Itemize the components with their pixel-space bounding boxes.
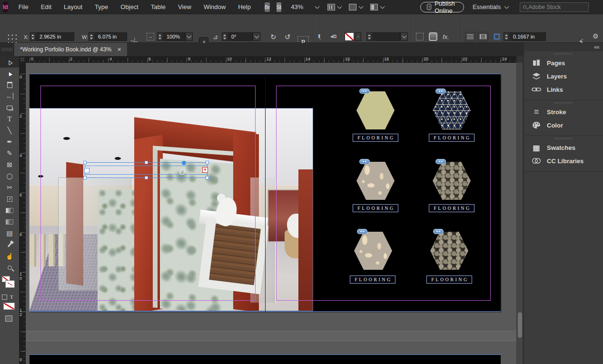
menu-edit[interactable]: Edit <box>35 0 58 14</box>
publish-online-button[interactable]: ↑ Publish Online <box>420 2 464 12</box>
link-badge-icon[interactable] <box>359 159 370 164</box>
panel-cc-libraries[interactable]: CC Libraries <box>524 154 603 167</box>
w-field[interactable]: 6.075 in <box>95 32 127 41</box>
fill-stroke-proxy[interactable] <box>2 276 17 292</box>
chevron-down-icon[interactable] <box>315 4 320 9</box>
hand-tool[interactable]: ☝ <box>0 250 19 262</box>
pencil-tool[interactable]: ✎ <box>0 148 19 159</box>
gradient-feather-tool[interactable] <box>0 216 19 227</box>
no-text-wrap-button[interactable] <box>465 32 475 41</box>
scrollbar-thumb[interactable] <box>518 312 522 338</box>
screen-mode-dropdown[interactable] <box>349 4 363 10</box>
note-tool[interactable]: ▤ <box>0 227 19 239</box>
fill-flyout-arrow[interactable]: › <box>355 32 361 41</box>
panel-stroke[interactable]: ≡ Stroke <box>524 105 603 118</box>
menu-file[interactable]: File <box>12 0 35 14</box>
scale-x-stepper[interactable] <box>157 32 163 41</box>
corner-radius-icon[interactable] <box>429 32 437 41</box>
rotate-ccw-icon[interactable]: ↺ <box>285 33 291 41</box>
stroke-weight-stepper[interactable] <box>366 32 372 41</box>
screen-mode-button[interactable] <box>5 315 12 322</box>
eyedropper-tool[interactable] <box>0 239 19 250</box>
menu-help[interactable]: Help <box>232 0 257 14</box>
scissors-tool[interactable]: ✂ <box>0 182 19 193</box>
frame-handle-tr[interactable] <box>206 161 209 164</box>
ellipse-tool[interactable]: ◯ <box>0 170 19 182</box>
collapse-panels-icon2[interactable]: « <box>596 44 599 50</box>
selected-text-frame[interactable]: + O <box>85 162 208 178</box>
panel-group-grip[interactable] <box>524 51 603 56</box>
reference-point-proxy[interactable] <box>6 33 17 43</box>
selection-tool[interactable]: ▲ <box>0 56 19 68</box>
stroke-swatch-icon[interactable] <box>6 281 14 287</box>
w-stepper[interactable] <box>89 32 94 41</box>
page-tool[interactable] <box>0 79 19 90</box>
bridge-button[interactable]: Br <box>265 2 270 12</box>
type-tool[interactable]: T <box>0 113 19 125</box>
link-badge-icon[interactable] <box>433 229 444 234</box>
scale-x-field[interactable]: 100% <box>163 32 185 41</box>
frame-handle-tl[interactable] <box>83 161 87 164</box>
menu-type[interactable]: Type <box>89 0 114 14</box>
view-options-dropdown[interactable] <box>327 4 341 10</box>
workspace-switcher[interactable]: Essentials <box>473 3 508 10</box>
menu-object[interactable]: Object <box>114 0 145 14</box>
panel-layers[interactable]: Layers <box>524 69 603 83</box>
selection-anchor-dot[interactable] <box>182 161 186 165</box>
link-badge-icon[interactable] <box>359 89 370 94</box>
wrap-bounding-box-button[interactable] <box>478 32 488 41</box>
corner-options-icon[interactable] <box>416 33 424 40</box>
rotate-cw-icon[interactable]: ↻ <box>270 33 277 41</box>
gradient-swatch-tool[interactable] <box>0 205 19 216</box>
arrange-documents-dropdown[interactable] <box>370 4 384 10</box>
adobe-stock-search[interactable] <box>520 2 589 12</box>
rotation-field[interactable]: 0° <box>228 32 253 41</box>
frame-handle-bl[interactable] <box>83 176 87 179</box>
formatting-affects-toggle[interactable]: T <box>2 294 17 300</box>
panel-group-grip[interactable] <box>524 100 603 105</box>
panel-swatches[interactable]: ▦ Swatches <box>524 141 603 154</box>
text-in-port[interactable] <box>84 168 89 173</box>
affects-text-icon[interactable]: T <box>10 294 13 300</box>
select-container-icon[interactable]: ◂⧉ <box>330 33 336 39</box>
zoom-tool[interactable] <box>0 262 19 273</box>
fill-swatch-none[interactable] <box>345 32 354 41</box>
direct-selection-tool[interactable]: ▲ <box>0 68 19 79</box>
menu-window[interactable]: Window <box>198 0 232 14</box>
select-prev-object-icon[interactable]: ⬆͎ <box>317 33 321 39</box>
link-badge-icon[interactable] <box>435 159 446 164</box>
frame-handle-bm[interactable] <box>145 176 148 179</box>
rotation-stepper[interactable] <box>222 32 227 41</box>
wrap-offset-stepper[interactable] <box>504 32 509 41</box>
stroke-weight-dropdown[interactable] <box>400 32 408 41</box>
panel-group-grip[interactable] <box>524 136 603 141</box>
wrap-offset-field[interactable]: 0.1667 in <box>510 32 546 41</box>
x-stepper[interactable] <box>30 32 36 41</box>
panel-links[interactable]: Links <box>524 83 603 96</box>
menu-layout[interactable]: Layout <box>58 0 89 14</box>
search-input[interactable] <box>528 4 585 10</box>
x-field[interactable]: 2.9625 in <box>36 32 74 41</box>
document-canvas[interactable]: FLOORING FLOORING FLOORING FLOORING FLOO… <box>26 63 516 364</box>
gap-tool[interactable]: ↔ <box>0 90 19 102</box>
menu-view[interactable]: View <box>172 0 198 14</box>
gear-icon[interactable]: ⚙ <box>593 32 599 40</box>
effects-fx-icon[interactable]: fx. <box>443 33 449 40</box>
apply-none-button[interactable] <box>3 303 15 310</box>
frame-handle-tm[interactable] <box>145 161 148 164</box>
rectangle-frame-tool[interactable]: ⊠ <box>0 159 19 170</box>
content-collector-tool[interactable] <box>0 102 19 113</box>
panel-pages[interactable]: Pages <box>524 56 603 69</box>
line-tool[interactable]: ╲ <box>0 125 19 136</box>
spread-2-pages[interactable] <box>30 354 501 364</box>
stock-button[interactable]: St <box>277 2 281 12</box>
minimize-button[interactable] <box>599 0 603 14</box>
frame-handle-br[interactable] <box>206 176 209 179</box>
overset-text-indicator[interactable]: + <box>202 167 208 173</box>
link-badge-icon[interactable] <box>435 89 446 94</box>
stroke-weight-field[interactable] <box>373 32 400 41</box>
free-transform-tool[interactable]: ↗ <box>0 193 19 205</box>
pen-tool[interactable]: ✒ <box>0 136 19 148</box>
link-badge-icon[interactable] <box>357 229 367 234</box>
document-tab[interactable]: *Working Porfolio Book.indd @ 43% ✕ <box>14 43 127 56</box>
